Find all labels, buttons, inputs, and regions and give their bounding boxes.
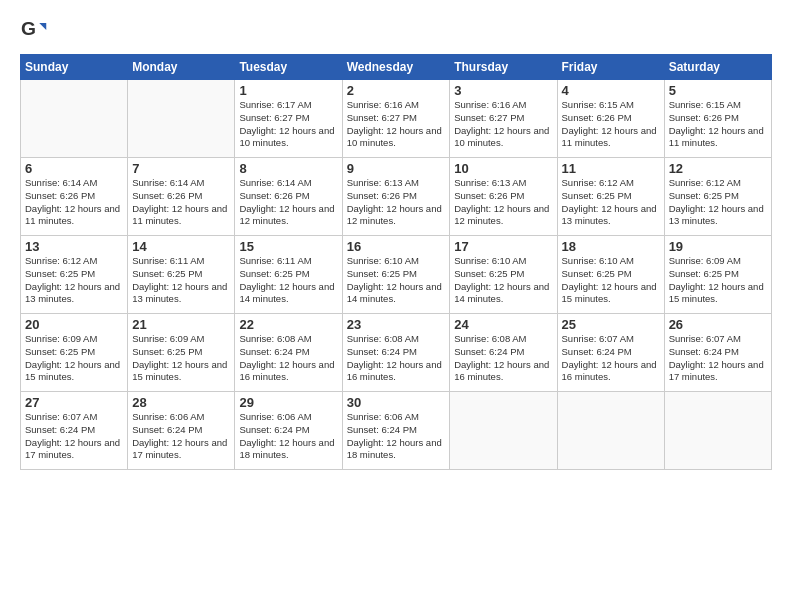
day-info: Sunrise: 6:10 AM Sunset: 6:25 PM Dayligh…: [562, 255, 660, 306]
weekday-header-sunday: Sunday: [21, 55, 128, 80]
day-info: Sunrise: 6:16 AM Sunset: 6:27 PM Dayligh…: [347, 99, 446, 150]
calendar-cell: 3Sunrise: 6:16 AM Sunset: 6:27 PM Daylig…: [450, 80, 557, 158]
calendar-cell: 13Sunrise: 6:12 AM Sunset: 6:25 PM Dayli…: [21, 236, 128, 314]
day-info: Sunrise: 6:15 AM Sunset: 6:26 PM Dayligh…: [669, 99, 767, 150]
calendar-cell: 11Sunrise: 6:12 AM Sunset: 6:25 PM Dayli…: [557, 158, 664, 236]
day-info: Sunrise: 6:14 AM Sunset: 6:26 PM Dayligh…: [132, 177, 230, 228]
day-number: 16: [347, 239, 446, 254]
day-info: Sunrise: 6:11 AM Sunset: 6:25 PM Dayligh…: [239, 255, 337, 306]
day-number: 21: [132, 317, 230, 332]
day-info: Sunrise: 6:09 AM Sunset: 6:25 PM Dayligh…: [669, 255, 767, 306]
day-number: 8: [239, 161, 337, 176]
weekday-header-monday: Monday: [128, 55, 235, 80]
calendar-cell: [664, 392, 771, 470]
day-info: Sunrise: 6:08 AM Sunset: 6:24 PM Dayligh…: [347, 333, 446, 384]
calendar-cell: 30Sunrise: 6:06 AM Sunset: 6:24 PM Dayli…: [342, 392, 450, 470]
calendar-cell: 5Sunrise: 6:15 AM Sunset: 6:26 PM Daylig…: [664, 80, 771, 158]
day-number: 14: [132, 239, 230, 254]
calendar-table: SundayMondayTuesdayWednesdayThursdayFrid…: [20, 54, 772, 470]
calendar-cell: 20Sunrise: 6:09 AM Sunset: 6:25 PM Dayli…: [21, 314, 128, 392]
calendar-cell: [128, 80, 235, 158]
calendar-cell: 8Sunrise: 6:14 AM Sunset: 6:26 PM Daylig…: [235, 158, 342, 236]
day-number: 18: [562, 239, 660, 254]
day-number: 6: [25, 161, 123, 176]
day-info: Sunrise: 6:14 AM Sunset: 6:26 PM Dayligh…: [239, 177, 337, 228]
svg-text:G: G: [21, 18, 36, 39]
calendar-cell: 15Sunrise: 6:11 AM Sunset: 6:25 PM Dayli…: [235, 236, 342, 314]
weekday-header-tuesday: Tuesday: [235, 55, 342, 80]
day-number: 30: [347, 395, 446, 410]
day-number: 26: [669, 317, 767, 332]
calendar-cell: 17Sunrise: 6:10 AM Sunset: 6:25 PM Dayli…: [450, 236, 557, 314]
day-number: 10: [454, 161, 552, 176]
calendar-cell: 9Sunrise: 6:13 AM Sunset: 6:26 PM Daylig…: [342, 158, 450, 236]
day-number: 19: [669, 239, 767, 254]
day-info: Sunrise: 6:17 AM Sunset: 6:27 PM Dayligh…: [239, 99, 337, 150]
calendar-cell: 7Sunrise: 6:14 AM Sunset: 6:26 PM Daylig…: [128, 158, 235, 236]
day-number: 23: [347, 317, 446, 332]
day-number: 15: [239, 239, 337, 254]
day-info: Sunrise: 6:16 AM Sunset: 6:27 PM Dayligh…: [454, 99, 552, 150]
calendar-cell: 16Sunrise: 6:10 AM Sunset: 6:25 PM Dayli…: [342, 236, 450, 314]
logo-icon: G: [20, 16, 48, 44]
day-number: 27: [25, 395, 123, 410]
day-info: Sunrise: 6:06 AM Sunset: 6:24 PM Dayligh…: [132, 411, 230, 462]
day-number: 13: [25, 239, 123, 254]
calendar-cell: 4Sunrise: 6:15 AM Sunset: 6:26 PM Daylig…: [557, 80, 664, 158]
day-number: 22: [239, 317, 337, 332]
day-info: Sunrise: 6:10 AM Sunset: 6:25 PM Dayligh…: [347, 255, 446, 306]
day-info: Sunrise: 6:07 AM Sunset: 6:24 PM Dayligh…: [562, 333, 660, 384]
svg-marker-1: [39, 23, 46, 30]
weekday-header-friday: Friday: [557, 55, 664, 80]
day-number: 9: [347, 161, 446, 176]
day-info: Sunrise: 6:06 AM Sunset: 6:24 PM Dayligh…: [239, 411, 337, 462]
calendar-cell: 27Sunrise: 6:07 AM Sunset: 6:24 PM Dayli…: [21, 392, 128, 470]
calendar-cell: 12Sunrise: 6:12 AM Sunset: 6:25 PM Dayli…: [664, 158, 771, 236]
day-number: 24: [454, 317, 552, 332]
calendar-cell: 21Sunrise: 6:09 AM Sunset: 6:25 PM Dayli…: [128, 314, 235, 392]
day-number: 1: [239, 83, 337, 98]
logo: G: [20, 16, 52, 44]
day-number: 29: [239, 395, 337, 410]
day-info: Sunrise: 6:08 AM Sunset: 6:24 PM Dayligh…: [454, 333, 552, 384]
calendar-cell: [450, 392, 557, 470]
day-info: Sunrise: 6:12 AM Sunset: 6:25 PM Dayligh…: [562, 177, 660, 228]
day-number: 4: [562, 83, 660, 98]
day-number: 11: [562, 161, 660, 176]
day-info: Sunrise: 6:12 AM Sunset: 6:25 PM Dayligh…: [25, 255, 123, 306]
calendar-cell: 28Sunrise: 6:06 AM Sunset: 6:24 PM Dayli…: [128, 392, 235, 470]
day-info: Sunrise: 6:09 AM Sunset: 6:25 PM Dayligh…: [25, 333, 123, 384]
day-info: Sunrise: 6:06 AM Sunset: 6:24 PM Dayligh…: [347, 411, 446, 462]
calendar-cell: 26Sunrise: 6:07 AM Sunset: 6:24 PM Dayli…: [664, 314, 771, 392]
calendar-cell: 24Sunrise: 6:08 AM Sunset: 6:24 PM Dayli…: [450, 314, 557, 392]
day-number: 2: [347, 83, 446, 98]
calendar-cell: [557, 392, 664, 470]
day-info: Sunrise: 6:09 AM Sunset: 6:25 PM Dayligh…: [132, 333, 230, 384]
calendar-cell: 23Sunrise: 6:08 AM Sunset: 6:24 PM Dayli…: [342, 314, 450, 392]
day-info: Sunrise: 6:08 AM Sunset: 6:24 PM Dayligh…: [239, 333, 337, 384]
calendar-cell: [21, 80, 128, 158]
day-number: 7: [132, 161, 230, 176]
day-info: Sunrise: 6:13 AM Sunset: 6:26 PM Dayligh…: [347, 177, 446, 228]
weekday-header-wednesday: Wednesday: [342, 55, 450, 80]
day-info: Sunrise: 6:07 AM Sunset: 6:24 PM Dayligh…: [25, 411, 123, 462]
day-info: Sunrise: 6:15 AM Sunset: 6:26 PM Dayligh…: [562, 99, 660, 150]
calendar-cell: 2Sunrise: 6:16 AM Sunset: 6:27 PM Daylig…: [342, 80, 450, 158]
calendar-cell: 25Sunrise: 6:07 AM Sunset: 6:24 PM Dayli…: [557, 314, 664, 392]
day-number: 17: [454, 239, 552, 254]
day-number: 25: [562, 317, 660, 332]
calendar-cell: 14Sunrise: 6:11 AM Sunset: 6:25 PM Dayli…: [128, 236, 235, 314]
weekday-header-thursday: Thursday: [450, 55, 557, 80]
day-number: 5: [669, 83, 767, 98]
calendar-cell: 22Sunrise: 6:08 AM Sunset: 6:24 PM Dayli…: [235, 314, 342, 392]
calendar-cell: 18Sunrise: 6:10 AM Sunset: 6:25 PM Dayli…: [557, 236, 664, 314]
day-info: Sunrise: 6:14 AM Sunset: 6:26 PM Dayligh…: [25, 177, 123, 228]
calendar-cell: 1Sunrise: 6:17 AM Sunset: 6:27 PM Daylig…: [235, 80, 342, 158]
day-info: Sunrise: 6:07 AM Sunset: 6:24 PM Dayligh…: [669, 333, 767, 384]
day-number: 28: [132, 395, 230, 410]
day-info: Sunrise: 6:12 AM Sunset: 6:25 PM Dayligh…: [669, 177, 767, 228]
day-number: 20: [25, 317, 123, 332]
day-number: 12: [669, 161, 767, 176]
day-number: 3: [454, 83, 552, 98]
calendar-cell: 6Sunrise: 6:14 AM Sunset: 6:26 PM Daylig…: [21, 158, 128, 236]
